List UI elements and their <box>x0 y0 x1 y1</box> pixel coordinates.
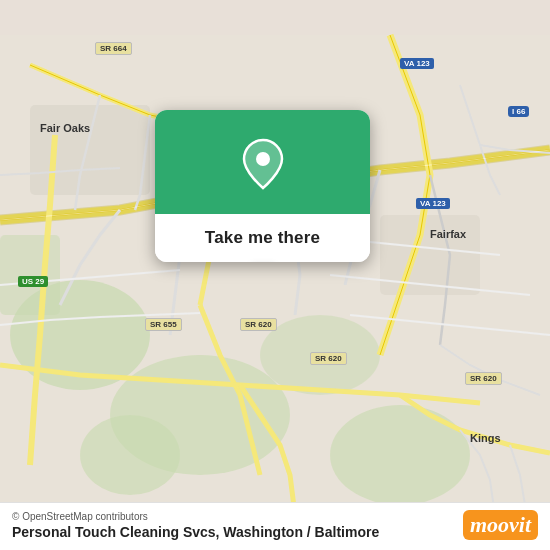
map-background <box>0 0 550 550</box>
us29-label: US 29 <box>18 276 48 287</box>
take-me-there-button[interactable]: Take me there <box>155 214 370 262</box>
va123-top-label: VA 123 <box>400 58 434 69</box>
moovit-logo: moovit <box>463 510 538 540</box>
svg-point-5 <box>80 415 180 495</box>
map-container: SR 664 SR 655 SR 655 I 66 I 66 VA 123 VA… <box>0 0 550 550</box>
i66-right-label: I 66 <box>508 106 529 117</box>
kings-label: Kings <box>470 432 501 444</box>
fair-oaks-label: Fair Oaks <box>40 122 90 134</box>
sr664-label: SR 664 <box>95 42 132 55</box>
va123-mid-label: VA 123 <box>416 198 450 209</box>
svg-point-3 <box>330 405 470 505</box>
popup-card: Take me there <box>155 110 370 262</box>
copyright-text: © OpenStreetMap contributors <box>12 511 538 522</box>
place-name: Personal Touch Cleaning Svcs, Washington… <box>12 524 538 540</box>
svg-rect-8 <box>380 215 480 295</box>
svg-point-9 <box>256 152 270 166</box>
svg-rect-7 <box>30 105 150 195</box>
fairfax-label: Fairfax <box>430 228 466 240</box>
popup-header <box>155 110 370 214</box>
svg-rect-4 <box>0 235 60 315</box>
location-pin-icon <box>241 138 285 190</box>
moovit-icon: moovit <box>463 510 538 540</box>
sr655-bot-label: SR 655 <box>145 318 182 331</box>
sr620-left-label: SR 620 <box>240 318 277 331</box>
sr620-mid-label: SR 620 <box>310 352 347 365</box>
sr620-right-label: SR 620 <box>465 372 502 385</box>
